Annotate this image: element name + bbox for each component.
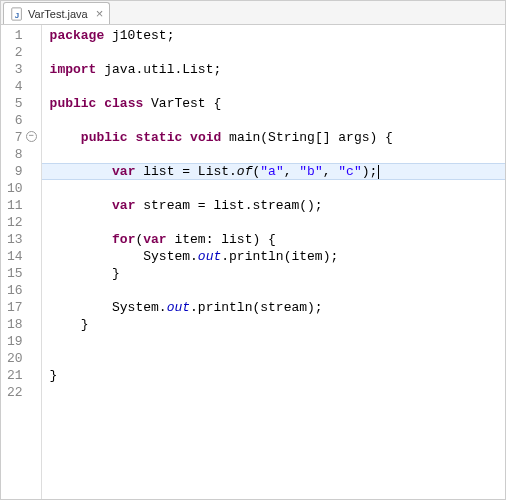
code-line[interactable] bbox=[50, 78, 505, 95]
code-line[interactable]: import java.util.List; bbox=[50, 61, 505, 78]
line-number-gutter: 1234567−8910111213141516171819202122 bbox=[1, 25, 42, 499]
code-line[interactable]: var stream = list.stream(); bbox=[50, 197, 505, 214]
code-line[interactable]: for(var item: list) { bbox=[50, 231, 505, 248]
fold-toggle-icon[interactable]: − bbox=[26, 131, 37, 142]
code-line[interactable]: package j10test; bbox=[50, 27, 505, 44]
code-line[interactable]: } bbox=[50, 265, 505, 282]
line-number: 21 bbox=[7, 367, 23, 384]
tab-filename: VarTest.java bbox=[28, 8, 88, 20]
line-number: 2 bbox=[7, 44, 23, 61]
code-line[interactable] bbox=[50, 384, 505, 401]
line-number: 6 bbox=[7, 112, 23, 129]
code-line[interactable]: public static void main(String[] args) { bbox=[50, 129, 505, 146]
code-line[interactable]: var list = List.of("a", "b", "c"); bbox=[42, 163, 505, 180]
code-line[interactable]: public class VarTest { bbox=[50, 95, 505, 112]
line-number: 15 bbox=[7, 265, 23, 282]
code-line[interactable] bbox=[50, 146, 505, 163]
line-number: 19 bbox=[7, 333, 23, 350]
code-editor[interactable]: 1234567−8910111213141516171819202122 pac… bbox=[1, 25, 505, 499]
line-number: 3 bbox=[7, 61, 23, 78]
line-number: 9 bbox=[7, 163, 23, 180]
svg-text:J: J bbox=[15, 10, 19, 19]
line-number: 1 bbox=[7, 27, 23, 44]
code-line[interactable] bbox=[50, 333, 505, 350]
line-number: 18 bbox=[7, 316, 23, 333]
line-number: 10 bbox=[7, 180, 23, 197]
line-number: 4 bbox=[7, 78, 23, 95]
line-number: 20 bbox=[7, 350, 23, 367]
code-line[interactable] bbox=[50, 214, 505, 231]
code-line[interactable]: System.out.println(stream); bbox=[50, 299, 505, 316]
line-number: 8 bbox=[7, 146, 23, 163]
code-area[interactable]: package j10test;import java.util.List;pu… bbox=[42, 25, 505, 499]
code-line[interactable]: System.out.println(item); bbox=[50, 248, 505, 265]
code-line[interactable] bbox=[50, 180, 505, 197]
line-number: 11 bbox=[7, 197, 23, 214]
code-line[interactable]: } bbox=[50, 367, 505, 384]
code-line[interactable] bbox=[50, 282, 505, 299]
code-line[interactable] bbox=[50, 350, 505, 367]
code-line[interactable]: } bbox=[50, 316, 505, 333]
line-number: 7− bbox=[7, 129, 23, 146]
code-line[interactable] bbox=[50, 44, 505, 61]
close-icon[interactable]: × bbox=[96, 7, 104, 20]
text-caret bbox=[378, 165, 379, 179]
line-number: 12 bbox=[7, 214, 23, 231]
editor-tab[interactable]: J VarTest.java × bbox=[3, 2, 110, 24]
line-number: 22 bbox=[7, 384, 23, 401]
line-number: 5 bbox=[7, 95, 23, 112]
line-number: 17 bbox=[7, 299, 23, 316]
java-file-icon: J bbox=[10, 7, 24, 21]
line-number: 14 bbox=[7, 248, 23, 265]
line-number: 16 bbox=[7, 282, 23, 299]
code-line[interactable] bbox=[50, 112, 505, 129]
line-number: 13 bbox=[7, 231, 23, 248]
editor-tab-bar: J VarTest.java × bbox=[1, 1, 505, 25]
